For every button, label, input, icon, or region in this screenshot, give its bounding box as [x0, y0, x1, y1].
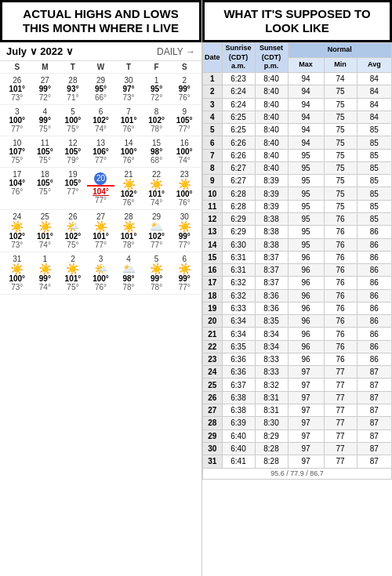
table-cell: 77 [324, 391, 357, 404]
cal-week: 3100°77°499°75°5100°75°6102°74°7101°76°8… [0, 105, 201, 136]
weather-table: DateSunrise(CDT)a.m.Sunset(CDT)p.m.Norma… [202, 42, 392, 473]
weather-icon: ☀️ [170, 179, 198, 190]
day-number: 15 [143, 139, 171, 147]
table-cell: 4 [203, 110, 223, 123]
table-cell: 13 [203, 226, 223, 238]
temp-low: 76° [87, 283, 115, 292]
cal-day: 24☀️102°73° [3, 212, 31, 250]
table-cell: 6:36 [222, 366, 255, 379]
table-cell: 8:40 [255, 149, 288, 161]
temp-low: 77° [87, 196, 115, 205]
temp-low: 72° [31, 93, 60, 102]
day-number: 16 [170, 139, 198, 147]
table-cell: 8:40 [255, 98, 288, 110]
temp-high: 101° [3, 85, 31, 93]
temp-high: 101° [114, 232, 143, 241]
table-cell: 75 [324, 85, 357, 98]
table-cell: 86 [357, 340, 391, 353]
table-row: 156:318:37967686 [203, 251, 392, 263]
table-cell: 96 [288, 264, 324, 277]
table-cell: 75 [324, 124, 357, 136]
temp-high: 102° [143, 116, 171, 125]
temp-low: 76° [114, 125, 143, 133]
table-row: 106:288:39957585 [203, 187, 392, 200]
table-cell: 8:28 [255, 442, 288, 455]
table-cell: 26 [203, 391, 223, 404]
cal-day: 13106°77° [87, 138, 115, 165]
temp-low: 77° [170, 283, 198, 292]
cal-day: 28☀️101°78° [114, 212, 143, 250]
table-cell: 8:33 [255, 366, 288, 379]
cal-day: 3100°77° [3, 107, 31, 134]
cal-day: 9105°77° [170, 107, 198, 134]
table-cell: 8:33 [255, 353, 288, 365]
table-cell: 6:31 [222, 264, 255, 277]
temp-low: 76° [114, 198, 143, 207]
table-cell: 76 [324, 328, 357, 340]
cal-day: 20104°77° [87, 169, 115, 208]
day-number: 12 [59, 139, 87, 147]
table-cell: 97 [288, 379, 324, 391]
table-row: 136:298:38957686 [203, 226, 392, 238]
table-cell: 76 [324, 353, 357, 365]
cal-day: 30☀️99°77° [170, 212, 198, 250]
table-row: 46:258:40947584 [203, 110, 392, 123]
table-cell: 30 [203, 442, 223, 455]
table-cell: 76 [324, 238, 357, 251]
table-row: 126:298:38957685 [203, 212, 392, 225]
weather-icon: ☀️ [31, 263, 60, 274]
table-cell: 19 [203, 302, 223, 314]
table-cell: 85 [357, 124, 391, 136]
weather-icon: ☀️ [114, 221, 143, 232]
temp-low: 79° [59, 156, 87, 165]
table-cell: 85 [357, 149, 391, 161]
dow-label: F [143, 63, 171, 71]
table-cell: 97 [288, 442, 324, 455]
cal-day: 26🌤️102°75° [59, 212, 87, 250]
table-cell: 8:29 [255, 429, 288, 442]
table-cell: 8:40 [255, 136, 288, 149]
temp-low: 75° [3, 156, 31, 165]
table-cell: 77 [324, 429, 357, 442]
cal-day: 5☀️99°78° [143, 254, 171, 292]
table-cell: 1 [203, 73, 223, 85]
table-cell: 85 [357, 187, 391, 200]
table-row: 316:418:28977787 [203, 455, 392, 469]
cal-day: 27☀️101°77° [87, 212, 115, 250]
weather-icon: 🌥️ [114, 263, 143, 274]
th-min: Min [324, 58, 357, 73]
th-date: Date [203, 43, 223, 73]
table-cell: 76 [324, 302, 357, 314]
table-row: 116:288:39957585 [203, 200, 392, 212]
cal-day: 22☀️101°74° [143, 169, 171, 208]
table-cell: 86 [357, 328, 391, 340]
table-row: 146:308:38957686 [203, 238, 392, 251]
cal-day: 499°75° [31, 107, 60, 134]
day-number: 7 [114, 107, 143, 116]
temp-low: 77° [143, 241, 171, 249]
weather-icon: ☀️ [114, 179, 143, 190]
table-cell: 17 [203, 277, 223, 289]
table-cell: 75 [324, 110, 357, 123]
temp-high: 100° [87, 274, 115, 283]
table-cell: 86 [357, 251, 391, 263]
table-cell: 8:38 [255, 212, 288, 225]
cal-day: 2☀️101°75° [59, 254, 87, 292]
table-cell: 6:25 [222, 124, 255, 136]
temp-low: 78° [143, 125, 171, 133]
table-cell: 76 [324, 212, 357, 225]
table-cell: 9 [203, 175, 223, 187]
table-cell: 31 [203, 455, 223, 469]
table-cell: 6:40 [222, 442, 255, 455]
table-cell: 87 [357, 404, 391, 416]
dow-label: W [87, 63, 115, 71]
table-cell: 8:34 [255, 340, 288, 353]
table-row: 16:238:40947484 [203, 73, 392, 85]
table-cell: 84 [357, 73, 391, 85]
cal-day: 8102°78° [143, 107, 171, 134]
table-cell: 87 [357, 391, 391, 404]
temp-high: 105° [59, 179, 87, 187]
table-cell: 96 [288, 340, 324, 353]
day-number: 26 [3, 76, 31, 85]
table-cell: 95 [288, 187, 324, 200]
